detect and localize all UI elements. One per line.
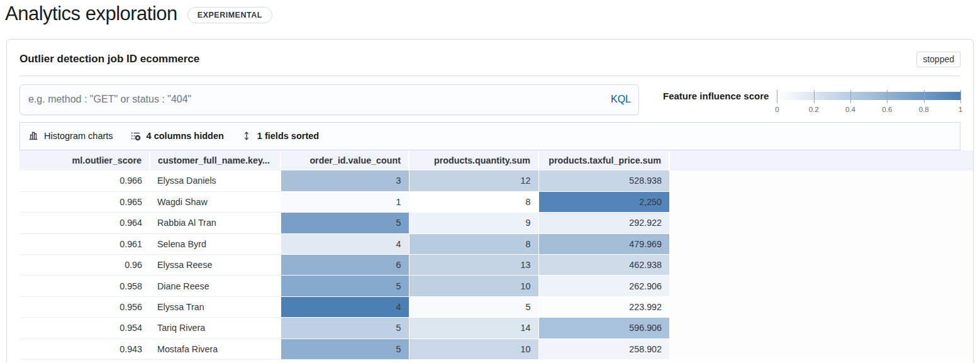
cell-outlier-score[interactable]: 0.965 [19,191,150,212]
cell-order-count[interactable]: 4 [281,296,409,317]
cell-price[interactable]: 479.969 [538,233,669,254]
cell-price[interactable]: 223.992 [538,296,669,317]
histogram-charts-button[interactable]: Histogram charts [28,131,113,141]
legend-tick-mark [850,90,851,103]
cell-customer-name[interactable]: Diane Reese [150,276,281,296]
table-row: 0.943Mostafa Rivera510258.902 [19,338,973,359]
cell-quantity[interactable]: 8 [409,233,538,254]
histogram-icon [28,131,38,141]
cell-customer-name[interactable]: Selena Byrd [150,233,281,254]
cell-filler [669,170,973,191]
cell-quantity[interactable]: 9 [409,213,538,233]
cell-outlier-score[interactable]: 0.954 [19,318,150,338]
column-header-outlier-score[interactable]: ml.outlier_score [19,150,150,170]
cell-price[interactable]: 2,250 [538,191,669,212]
cell-outlier-score[interactable]: 0.956 [19,296,150,317]
cell-outlier-score[interactable]: 0.961 [19,233,150,254]
cell-customer-name[interactable]: Mostafa Rivera [150,338,281,359]
table-row: 0.966Elyssa Daniels312528.938 [19,170,973,191]
legend-tick-label: 1 [959,106,962,113]
cell-order-count[interactable]: 3 [281,170,409,191]
cell-filler [669,276,973,296]
cell-outlier-score[interactable]: 0.943 [19,338,150,359]
cell-order-count[interactable]: 5 [281,276,409,296]
cell-quantity[interactable]: 8 [409,191,538,212]
cell-order-count[interactable]: 6 [281,254,409,275]
panel-divider [19,75,961,76]
experimental-badge: EXPERIMENTAL [187,7,272,23]
legend-tick-mark [777,90,777,103]
kql-language-button[interactable]: KQL [611,94,631,105]
cell-order-count[interactable]: 4 [281,233,409,254]
cell-customer-name[interactable]: Wagdi Shaw [150,191,281,212]
cell-filler [669,296,973,317]
outlier-detection-panel: Outlier detection job ID ecommerce stopp… [6,39,974,363]
cell-outlier-score[interactable]: 0.96 [19,254,150,275]
cell-price[interactable]: 596.906 [538,318,669,338]
legend-tick-label: 0.6 [882,106,892,113]
column-header-price[interactable]: products.taxful_price.sum [538,150,669,170]
cell-price[interactable]: 292.922 [538,213,669,233]
kql-search-input[interactable] [19,84,639,115]
cell-quantity[interactable]: 14 [409,318,538,338]
cell-quantity[interactable]: 5 [409,296,538,317]
cell-quantity[interactable]: 10 [409,338,538,359]
fields-sorted-label: 1 fields sorted [257,131,319,141]
legend-tick-label: 0.4 [845,106,855,113]
cell-outlier-score[interactable]: 0.964 [19,213,150,233]
cell-outlier-score[interactable]: 0.958 [19,276,150,296]
table-row: 0.965Wagdi Shaw182,250 [19,191,973,212]
cell-order-count[interactable]: 5 [281,318,409,338]
legend-tick-label: 0 [775,106,779,113]
cell-outlier-score[interactable]: 0.966 [19,170,150,191]
cell-filler [669,191,973,212]
cell-quantity[interactable]: 13 [409,254,538,275]
legend-bar-wrap: 00.20.40.60.81 [777,89,961,115]
table-row: 0.954Tariq Rivera514596.906 [19,318,973,338]
column-header-customer-name[interactable]: customer_full_name.key... [150,150,281,170]
feature-influence-legend: Feature influence score 00.20.40.60.81 [663,84,961,115]
cell-customer-name[interactable]: Tariq Rivera [150,318,281,338]
panel-head: Outlier detection job ID ecommerce stopp… [19,52,961,67]
grid-toolbar: Histogram charts 4 columns hidden [19,122,961,150]
legend-tick-label: 0.2 [809,106,819,113]
legend-tick-mark [961,90,961,103]
table-row: 0.958Diane Reese510262.906 [19,276,973,296]
cell-price[interactable]: 528.938 [538,170,669,191]
grid-header-row: ml.outlier_score customer_full_name.key.… [19,150,973,170]
cell-customer-name[interactable]: Elyssa Reese [150,254,281,275]
column-header-order-count[interactable]: order_id.value_count [281,150,409,170]
legend-gradient-bar [777,92,961,100]
cell-filler [669,254,973,275]
cell-filler [669,233,973,254]
legend-tick-label: 0.8 [919,106,929,113]
cell-customer-name[interactable]: Elyssa Daniels [150,170,281,191]
columns-hidden-button[interactable]: 4 columns hidden [131,131,224,141]
query-row: KQL Feature influence score 00.20.40.60.… [19,84,961,115]
fields-sorted-button[interactable]: 1 fields sorted [242,131,319,141]
cell-filler [669,318,973,338]
column-header-quantity[interactable]: products.quantity.sum [409,150,538,170]
page-title: Analytics exploration [5,3,177,25]
cell-order-count[interactable]: 1 [281,191,409,212]
search-box: KQL [19,84,639,115]
cell-price[interactable]: 258.902 [538,338,669,359]
job-status-badge: stopped [916,52,961,67]
table-row: 0.96Elyssa Reese613462.938 [19,254,973,275]
legend-tick-mark [924,90,925,103]
table-row: 0.964Rabbia Al Tran59292.922 [19,213,973,233]
cell-customer-name[interactable]: Rabbia Al Tran [150,213,281,233]
cell-quantity[interactable]: 12 [409,170,538,191]
histogram-charts-label: Histogram charts [44,131,113,141]
cell-order-count[interactable]: 5 [281,213,409,233]
cell-quantity[interactable]: 10 [409,276,538,296]
page-header: Analytics exploration EXPERIMENTAL [0,0,980,25]
cell-customer-name[interactable]: Elyssa Tran [150,296,281,317]
results-data-grid: ml.outlier_score customer_full_name.key.… [19,150,973,360]
sort-icon [242,131,252,141]
legend-tick-mark [887,90,888,103]
cell-price[interactable]: 262.906 [538,276,669,296]
cell-order-count[interactable]: 5 [281,338,409,359]
column-header-filler [669,150,973,170]
cell-price[interactable]: 462.938 [538,254,669,275]
